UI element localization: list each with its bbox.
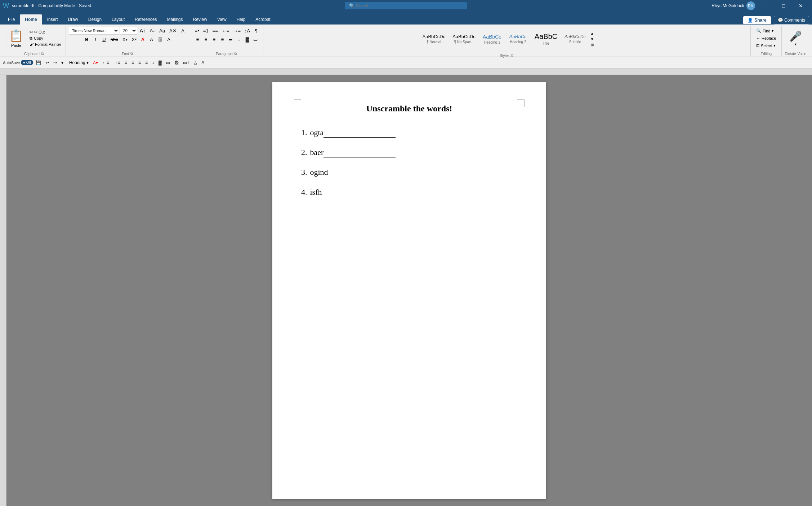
- underline-button[interactable]: U: [100, 35, 108, 43]
- bold-button[interactable]: B: [83, 35, 91, 43]
- sort-button[interactable]: ↕A: [243, 27, 252, 35]
- numbering-button[interactable]: ≡1: [201, 27, 210, 35]
- align-left-button[interactable]: ≡: [193, 35, 201, 43]
- align-left-qa[interactable]: ≡: [123, 59, 129, 66]
- indent-decrease-qa[interactable]: ←≡: [101, 59, 111, 66]
- style-heading2[interactable]: AaBbCc Heading 2: [505, 27, 531, 51]
- save-button[interactable]: 💾: [34, 59, 43, 66]
- italic-button[interactable]: I: [92, 35, 99, 43]
- tab-insert[interactable]: Insert: [42, 14, 63, 25]
- redo-button[interactable]: ↪: [52, 59, 59, 66]
- align-right-button[interactable]: ≡: [210, 35, 218, 43]
- search-bar[interactable]: 🔍: [345, 2, 467, 9]
- style-normal-preview: AaBbCcDc: [423, 34, 446, 39]
- styles-expand[interactable]: ⊞: [590, 42, 595, 48]
- show-formatting-button[interactable]: ¶: [252, 27, 260, 35]
- increase-indent-button[interactable]: →≡: [231, 27, 242, 35]
- indent-increase-qa[interactable]: →≡: [112, 59, 122, 66]
- style-no-spacing[interactable]: AaBbCcDc ¶ No Spac...: [449, 27, 479, 51]
- close-button[interactable]: ✕: [793, 0, 809, 12]
- subscript-button[interactable]: X₂: [121, 35, 129, 43]
- find-button[interactable]: 🔍 Find ▾: [754, 27, 778, 34]
- tab-view[interactable]: View: [212, 14, 232, 25]
- font-expand-button[interactable]: ⧉: [130, 52, 134, 56]
- borders-button[interactable]: ▭: [251, 35, 259, 43]
- tab-draw[interactable]: Draw: [63, 14, 83, 25]
- line-spacing-button[interactable]: ↕: [235, 35, 243, 43]
- tab-layout[interactable]: Layout: [107, 14, 130, 25]
- tab-file[interactable]: File: [3, 14, 20, 25]
- customize-qa-button[interactable]: ▾: [59, 59, 65, 66]
- align-right-qa[interactable]: ≡: [137, 59, 143, 66]
- tab-design[interactable]: Design: [83, 14, 107, 25]
- minimize-button[interactable]: ─: [758, 0, 775, 12]
- line-spacing-qa[interactable]: ↕: [150, 59, 156, 66]
- clipboard-expand-button[interactable]: ⧉: [40, 52, 44, 56]
- change-case-button[interactable]: Aa: [157, 27, 167, 35]
- font-shrink-button[interactable]: A↓: [148, 27, 157, 35]
- shapes-qa[interactable]: △: [192, 59, 199, 66]
- select-chevron-icon: ▾: [773, 43, 776, 48]
- styles-scroll-up[interactable]: ▲: [590, 31, 595, 36]
- style-subtitle[interactable]: AaBbCcDc Subtitle: [561, 27, 589, 51]
- clear-format-button[interactable]: A✕: [168, 27, 178, 35]
- style-heading1[interactable]: AaBbCc Heading 1: [479, 27, 505, 51]
- character-border-button[interactable]: A: [165, 35, 173, 43]
- comments-button[interactable]: 💬 Comments: [774, 16, 809, 25]
- tab-acrobat[interactable]: Acrobat: [250, 14, 275, 25]
- cut-button[interactable]: ✂ ✂ Cut: [28, 30, 63, 35]
- select-button[interactable]: ⊡ Select ▾: [754, 42, 778, 49]
- character-shading-button[interactable]: ▒: [156, 35, 164, 43]
- ruler-content: [119, 68, 812, 75]
- insert-picture-qa[interactable]: 🖼: [173, 59, 180, 66]
- text-effects-button[interactable]: A: [148, 35, 156, 43]
- font-color-qa[interactable]: A▾: [91, 59, 100, 66]
- style-title[interactable]: AaBbC Title: [531, 27, 561, 51]
- align-center-button[interactable]: ≡: [202, 35, 210, 43]
- font-grow-button[interactable]: A↑: [138, 27, 147, 35]
- autosave-toggle[interactable]: ● Off: [21, 60, 33, 65]
- replace-button[interactable]: ↔ Replace: [754, 35, 778, 41]
- styles-expand-button[interactable]: ⧉: [510, 53, 514, 58]
- document-area[interactable]: Unscramble the words! 1. ogta 2. baer 3.…: [6, 75, 812, 506]
- maximize-button[interactable]: □: [775, 0, 792, 12]
- avatar: RM: [746, 1, 755, 10]
- font-family-select[interactable]: Times New Roman: [69, 27, 119, 35]
- text-highlight-button[interactable]: A: [179, 27, 187, 35]
- search-input[interactable]: [356, 3, 450, 8]
- format-painter-button[interactable]: 🖌 Format Painter: [28, 42, 63, 47]
- bullets-button[interactable]: ≡•: [193, 27, 201, 35]
- clipboard-label: Clipboard ⧉: [24, 50, 44, 56]
- justify-qa[interactable]: ≡: [143, 59, 150, 66]
- tab-review[interactable]: Review: [188, 14, 212, 25]
- align-center-qa[interactable]: ≡: [130, 59, 136, 66]
- text-highlight-qa[interactable]: A: [200, 59, 206, 66]
- style-title-preview: AaBbC: [535, 32, 557, 41]
- tab-help[interactable]: Help: [232, 14, 251, 25]
- shading-button[interactable]: ▓: [243, 35, 251, 43]
- tab-mailings[interactable]: Mailings: [162, 14, 188, 25]
- paragraph-expand-button[interactable]: ⧉: [233, 52, 237, 56]
- paste-button[interactable]: 📋 Paste: [6, 27, 27, 49]
- justify-button[interactable]: ≡: [218, 35, 226, 43]
- copy-button[interactable]: ⧉ Copy: [28, 36, 63, 41]
- strikethrough-button[interactable]: abc: [109, 35, 120, 43]
- shading-qa[interactable]: ▓: [157, 59, 164, 66]
- share-button[interactable]: 👤 Share: [743, 16, 771, 24]
- superscript-button[interactable]: X²: [130, 35, 138, 43]
- multilevel-list-button[interactable]: ≡≡: [211, 27, 220, 35]
- font-size-select[interactable]: 20: [120, 27, 137, 35]
- item-answer-line: [322, 187, 394, 197]
- undo-button[interactable]: ↩: [44, 59, 51, 66]
- text-box-qa[interactable]: ▭T: [181, 59, 191, 66]
- borders-qa[interactable]: ▭: [164, 59, 172, 66]
- item-answer-line: [324, 128, 396, 138]
- font-color-button[interactable]: A: [139, 35, 147, 43]
- heading-dropdown[interactable]: Heading ▾: [67, 59, 90, 66]
- styles-scroll-down[interactable]: ▼: [590, 36, 595, 42]
- decrease-indent-button[interactable]: ←≡: [220, 27, 231, 35]
- tab-home[interactable]: Home: [20, 14, 42, 25]
- style-normal[interactable]: AaBbCcDc ¶ Normal: [419, 27, 449, 51]
- columns-button[interactable]: ⚌: [227, 35, 235, 43]
- tab-references[interactable]: References: [130, 14, 162, 25]
